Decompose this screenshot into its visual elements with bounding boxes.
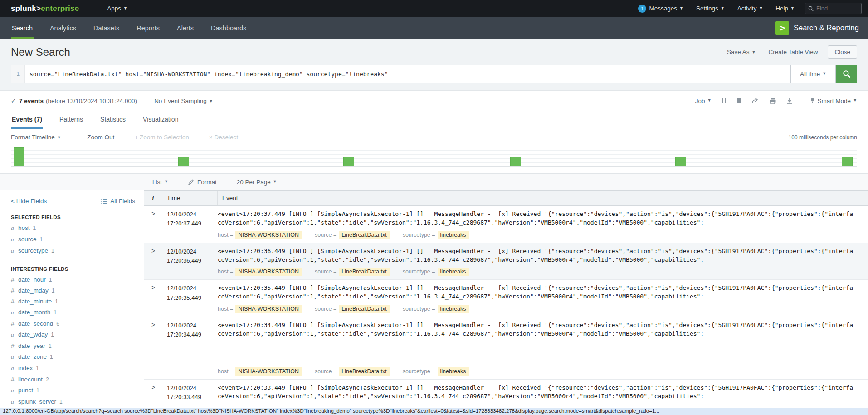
field-type-icon: a [11,353,18,361]
field-name-link[interactable]: sourcetype [18,247,48,254]
find-input[interactable] [816,5,853,12]
per-page-label: 20 Per Page [237,179,271,186]
field-name-link[interactable]: host [18,225,30,231]
search-submit-button[interactable] [836,65,857,83]
tab-patterns[interactable]: Patterns [59,111,84,129]
timeline-bar[interactable] [343,157,354,166]
field-list-item: # date_second 6 [11,320,135,327]
event-time: 12/10/202417:20:34.449 [162,321,218,376]
field-name-link[interactable]: date_mday [18,287,49,294]
source-field-label: source = [315,269,336,275]
source-field-value[interactable]: LineBreakData.txt [339,268,389,276]
help-menu[interactable]: Help▼ [769,5,801,12]
field-name-link[interactable]: punct [18,387,33,394]
stop-job-button[interactable] [737,98,741,103]
field-separator [308,368,308,375]
expand-event-chevron-icon[interactable]: > [144,321,162,376]
nav-tab-reports[interactable]: Reports [136,17,161,39]
chevron-down-icon: ▼ [790,6,795,10]
export-button[interactable] [786,98,793,104]
job-menu[interactable]: Job▼ [695,98,712,104]
source-field-value[interactable]: LineBreakData.txt [339,231,389,239]
timeline-scale-note: 100 milliseconds per column [789,134,857,141]
field-name-link[interactable]: date_second [18,320,53,327]
smart-mode-icon [810,98,814,104]
field-name-link[interactable]: index [18,365,33,371]
host-field-value[interactable]: NISHA-WORKSTATION [235,268,302,276]
sourcetype-field-label: sourcetype = [403,368,435,375]
splunk-logo[interactable]: splunk>enterprise [11,4,79,13]
timeline-bar[interactable] [675,157,686,166]
messages-menu[interactable]: 1 Messages▼ [632,5,689,13]
nav-tab-datasets[interactable]: Datasets [93,17,120,39]
apps-menu[interactable]: Apps▼ [101,5,134,12]
format-timeline-menu[interactable]: Format Timeline▼ [11,134,61,141]
timeline-bar[interactable] [510,157,521,166]
sourcetype-field-value[interactable]: linebreaks [438,268,469,276]
timeline-bar[interactable] [14,147,24,166]
nav-tab-alerts[interactable]: Alerts [176,17,195,39]
host-field-value[interactable]: NISHA-WORKSTATION [235,367,302,376]
tab-events[interactable]: Events (7) [11,111,43,129]
hide-fields-link[interactable]: < Hide Fields [11,198,47,205]
find-search-box[interactable] [805,3,862,14]
print-button[interactable] [769,98,776,104]
format-results-menu[interactable]: Format [188,179,217,186]
search-query-input[interactable]: source="LineBreakData.txt" host="NISHA-W… [25,65,790,83]
create-table-view-link[interactable]: Create Table View [768,49,818,55]
close-button[interactable]: Close [828,45,857,59]
nav-tab-dashboards[interactable]: Dashboards [210,17,247,39]
event-sampling-menu[interactable]: No Event Sampling▼ [154,98,213,104]
event-raw-line-1: <event>17:20:35.449 [INFO ] [SimpleAsync… [218,284,868,293]
time-range-picker[interactable]: All time▼ [790,65,836,83]
zoom-out-button[interactable]: − Zoom Out [82,134,115,141]
field-name-link[interactable]: date_wday [18,331,48,338]
all-fields-link[interactable]: All Fields [101,198,135,205]
search-query-box[interactable]: 1 source="LineBreakData.txt" host="NISHA… [11,65,790,83]
timeline-chart[interactable] [11,146,857,167]
share-job-button[interactable] [751,98,759,104]
expand-event-chevron-icon[interactable]: > [144,247,162,276]
field-name-link[interactable]: date_month [18,309,50,316]
timeline-bar[interactable] [178,157,189,166]
selected-fields-list: a host 1 a source 1 a sourcetype 1 [11,225,135,254]
list-view-menu[interactable]: List▼ [152,179,168,186]
expand-event-chevron-icon[interactable]: > [144,284,162,313]
field-value-count: 2 [46,376,49,383]
expand-event-chevron-icon[interactable]: > [144,210,162,239]
expand-event-chevron-icon[interactable]: > [144,384,162,399]
hide-fields-label: Hide Fields [16,198,47,205]
source-field-value[interactable]: LineBreakData.txt [339,367,389,376]
search-mode-menu[interactable]: Smart Mode▼ [810,98,857,104]
save-as-menu[interactable]: Save As▼ [727,49,756,55]
timeline-bar[interactable] [842,157,853,166]
tab-statistics[interactable]: Statistics [99,111,127,129]
event-raw-line-1: <event>17:20:34.449 [INFO ] [SimpleAsync… [218,321,868,330]
sourcetype-field-value[interactable]: linebreaks [438,305,469,313]
field-name-link[interactable]: date_year [18,342,45,349]
field-name-link[interactable]: linecount [18,376,43,383]
per-page-menu[interactable]: 20 Per Page▼ [237,179,277,186]
source-field-value[interactable]: LineBreakData.txt [339,305,389,313]
settings-menu[interactable]: Settings▼ [690,5,731,12]
source-field-label: source = [315,306,336,312]
field-name-link[interactable]: splunk_server [18,398,56,405]
host-field-value[interactable]: NISHA-WORKSTATION [235,305,302,313]
field-name-link[interactable]: date_hour [18,276,46,283]
nav-tab-search[interactable]: Search [11,17,34,39]
tab-visualization[interactable]: Visualization [142,111,179,129]
nav-tab-analytics[interactable]: Analytics [49,17,77,39]
field-list-item: # date_year 1 [11,342,135,349]
sourcetype-field-value[interactable]: linebreaks [438,367,469,376]
app-identity[interactable]: > Search & Reporting [775,17,868,39]
field-name-link[interactable]: date_zone [18,353,47,360]
chevron-down-icon: ▼ [679,6,683,10]
field-name-link[interactable]: date_minute [18,298,52,305]
sourcetype-field-value[interactable]: linebreaks [438,231,469,239]
event-count-meta: (before 13/10/2024 10:31:24.000) [46,98,137,104]
field-list-item: a date_wday 1 [11,331,135,338]
field-name-link[interactable]: source [18,236,37,243]
pause-job-button[interactable] [722,98,727,103]
activity-menu[interactable]: Activity▼ [731,5,770,12]
host-field-value[interactable]: NISHA-WORKSTATION [235,231,302,239]
